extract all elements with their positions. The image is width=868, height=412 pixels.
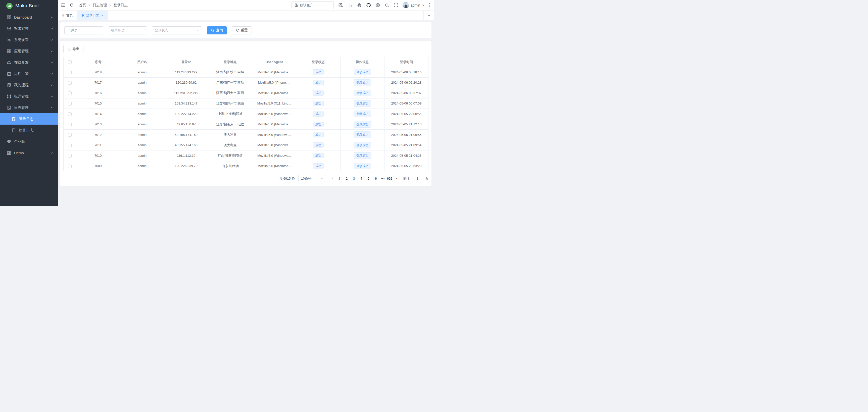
globe-icon[interactable] — [357, 3, 362, 7]
sidebar-item-log-management[interactable]: 日志管理 — [0, 102, 58, 113]
row-checkbox[interactable] — [68, 91, 72, 95]
cell-seq: 7010 — [76, 151, 120, 161]
info-badge[interactable]: 登录成功 — [353, 90, 371, 96]
row-checkbox[interactable] — [68, 133, 72, 137]
cell-seq: 7009 — [76, 161, 120, 171]
github-icon[interactable] — [366, 3, 371, 7]
page-number-6[interactable]: 6 — [372, 176, 379, 181]
info-badge[interactable]: 登录成功 — [353, 100, 371, 107]
sidebar-item-system-settings[interactable]: 系统设置 — [0, 34, 58, 45]
cell-user-agent: Mozilla/5.0 (Windows... — [252, 151, 296, 161]
sidebar-item-tenant-management[interactable]: 租户管理 — [0, 91, 58, 102]
sidebar-item-dashboard[interactable]: Dashboard — [0, 11, 58, 23]
cell-seq: 7011 — [76, 140, 120, 151]
breadcrumb-log-management[interactable]: 日志管理 — [93, 3, 107, 7]
user-menu[interactable]: admin — [403, 2, 425, 8]
sidebar-collapse-icon[interactable] — [61, 3, 66, 7]
search-icon — [211, 29, 214, 32]
page-number-2[interactable]: 2 — [343, 176, 350, 181]
status-badge: 成功 — [313, 153, 324, 158]
cell-username: admin — [120, 109, 164, 119]
info-badge[interactable]: 登录成功 — [353, 110, 371, 117]
sidebar-item-enterprise[interactable]: 企业版 — [0, 136, 58, 147]
export-button[interactable]: 导出 — [63, 45, 84, 53]
tenant-select[interactable]: 默认租户 — [291, 1, 334, 9]
tab-home[interactable]: 首页 — [58, 10, 78, 20]
chevron-down-icon — [50, 152, 53, 155]
location-filter-input[interactable] — [108, 26, 147, 34]
filter-card: 登录状态 查询 重置 — [60, 22, 432, 38]
fullscreen-icon[interactable] — [394, 3, 398, 7]
col-seq: 序号 — [76, 57, 120, 67]
chevron-down-icon — [50, 72, 53, 75]
row-checkbox[interactable] — [68, 102, 72, 105]
info-badge[interactable]: 登录成功 — [353, 152, 371, 159]
row-checkbox[interactable] — [68, 123, 72, 126]
avatar — [403, 2, 409, 8]
info-badge[interactable]: 登录成功 — [353, 163, 371, 169]
sidebar-item-my-workflow[interactable]: 我的流程 — [0, 80, 58, 91]
sidebar-item-app-management[interactable]: 应用管理 — [0, 45, 58, 57]
info-badge[interactable]: 登录成功 — [353, 142, 371, 149]
info-badge[interactable]: 登录成功 — [353, 131, 371, 138]
select-all-checkbox[interactable] — [68, 60, 72, 64]
status-badge: 成功 — [313, 111, 324, 117]
pagination-total: 共 6915 条 — [279, 177, 295, 181]
search-button[interactable]: 查询 — [207, 26, 227, 34]
page-number-3[interactable]: 3 — [350, 176, 358, 181]
sidebar-item-login-log[interactable]: 登录日志 — [0, 113, 58, 125]
search-icon[interactable] — [385, 3, 389, 7]
status-badge: 成功 — [313, 142, 324, 148]
chevron-down-icon — [50, 84, 53, 87]
cell-user-agent: Mozilla/5.0 (Macintos... — [252, 88, 296, 98]
page-number-4[interactable]: 4 — [358, 176, 365, 181]
username-filter-input[interactable] — [64, 26, 103, 34]
page-number-1[interactable]: 1 — [336, 176, 343, 181]
row-checkbox[interactable] — [68, 71, 72, 74]
sidebar-item-workflow-engine[interactable]: 流程引擎 — [0, 68, 58, 80]
gitee-icon[interactable] — [375, 3, 380, 7]
col-ip: 登录IP — [164, 57, 208, 67]
row-checkbox[interactable] — [68, 144, 72, 147]
tab-login-log[interactable]: 登录日志 × — [78, 10, 108, 20]
page-size-select[interactable]: 10条/页 — [298, 175, 326, 182]
translate-icon[interactable] — [338, 3, 343, 7]
sidebar-menu: Dashboard 权限管理 系统设置 应用管理 在线开发 — [0, 11, 58, 206]
cell-time: 2024-05-05 21:04:26 — [384, 151, 428, 161]
sidebar-item-demo[interactable]: Demo — [0, 147, 58, 159]
font-size-icon[interactable] — [347, 3, 352, 7]
row-checkbox[interactable] — [68, 154, 72, 158]
breadcrumb-separator-icon — [88, 4, 90, 7]
page-number-5[interactable]: 5 — [365, 176, 372, 181]
tab-close-icon[interactable]: × — [101, 13, 103, 17]
kebab-menu-icon[interactable] — [429, 3, 431, 7]
row-checkbox[interactable] — [68, 112, 72, 116]
refresh-icon[interactable] — [70, 3, 74, 7]
pager: ‹ 1 2 3 4 5 6 ••• 692 › — [330, 176, 400, 181]
info-badge[interactable]: 登录成功 — [353, 80, 371, 86]
sidebar-item-permissions[interactable]: 权限管理 — [0, 23, 58, 34]
info-badge[interactable]: 登录成功 — [353, 69, 371, 75]
reset-button[interactable]: 重置 — [232, 26, 252, 34]
row-checkbox[interactable] — [68, 164, 72, 168]
cell-time: 2024-05-05 22:00:55 — [384, 109, 428, 119]
tab-actions-dropdown[interactable] — [424, 10, 434, 20]
cell-location: 湖南省|长沙市|电信 — [208, 67, 252, 77]
goto-page-input[interactable] — [412, 175, 423, 182]
next-page-button[interactable]: › — [394, 177, 400, 180]
sidebar-item-online-dev[interactable]: 在线开发 — [0, 57, 58, 68]
page-size-value: 10条/页 — [301, 177, 312, 181]
info-badge[interactable]: 登录成功 — [353, 121, 371, 128]
status-filter-select[interactable]: 登录状态 — [152, 26, 202, 34]
breadcrumb: 首页 日志管理 登录日志 — [79, 3, 128, 7]
goto-page: 前往 页 — [403, 175, 429, 182]
prev-page-button[interactable]: ‹ — [330, 177, 336, 180]
page-number-last[interactable]: 692 — [386, 176, 393, 181]
sidebar-item-operation-log[interactable]: 操作日志 — [0, 125, 58, 136]
row-checkbox[interactable] — [68, 81, 72, 85]
cell-username: admin — [120, 140, 164, 151]
sidebar: Maku Boot Dashboard 权限管理 系统设置 应用管理 — [0, 0, 58, 206]
cell-username: admin — [120, 151, 164, 161]
breadcrumb-home[interactable]: 首页 — [79, 3, 86, 7]
more-pages-icon[interactable]: ••• — [380, 177, 386, 180]
